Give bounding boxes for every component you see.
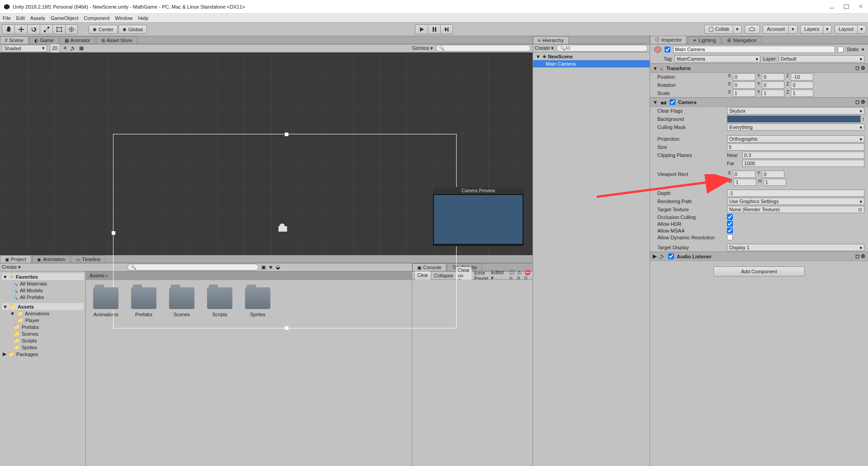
viewport-y[interactable] [762, 171, 784, 178]
menu-help[interactable]: Help [138, 15, 148, 21]
tab-game[interactable]: ◐ Game [29, 36, 59, 44]
layer-dropdown[interactable]: Default♦ [778, 55, 864, 62]
static-checkbox[interactable] [838, 47, 844, 52]
collab-dropdown[interactable]: ◯ Collab▾ [704, 25, 742, 34]
pos-z[interactable] [791, 73, 813, 81]
maximize-icon[interactable] [844, 4, 850, 10]
menu-gameobject[interactable]: GameObject [51, 15, 79, 21]
scale-tool-button[interactable] [40, 24, 52, 34]
project-tree[interactable]: ▼★Favorites 🔍All Materials 🔍All Models 🔍… [0, 271, 86, 466]
transform-component-header[interactable]: ▼ ⟀ Transform◻ ⚙ [650, 63, 868, 73]
occlusion-checkbox[interactable] [727, 214, 733, 220]
close-icon[interactable] [858, 4, 864, 10]
scale-z[interactable] [791, 90, 813, 97]
menu-window[interactable]: Window [115, 15, 132, 21]
pause-button[interactable] [428, 24, 440, 34]
cloud-button[interactable] [745, 25, 760, 34]
viewport-h[interactable] [764, 179, 786, 186]
folder-scenes: 📁Scenes [2, 330, 84, 337]
scene-tabs: # Scene ◐ Game ▦ Animator ⊞ Asset Store [0, 36, 533, 44]
menu-assets[interactable]: Assets [30, 15, 45, 21]
camera-component-header[interactable]: ▼ 📷 Camera◻ ⚙ [650, 97, 868, 107]
step-button[interactable] [440, 24, 453, 34]
cullingmask-dropdown[interactable]: Everything♦ [727, 124, 864, 131]
menu-component[interactable]: Component [84, 15, 109, 21]
rot-z[interactable] [791, 81, 813, 89]
targettexture-field[interactable]: None (Render Texture)⊙ [727, 206, 864, 213]
shading-mode-dropdown[interactable]: Shaded▾ [2, 45, 47, 52]
hand-tool-button[interactable] [2, 24, 14, 34]
menubar: File Edit Assets GameObject Component Wi… [0, 14, 868, 23]
scale-y[interactable] [762, 90, 784, 97]
pos-x[interactable] [733, 73, 755, 81]
hierarchy-main-camera[interactable]: Main Camera [533, 60, 650, 67]
menu-edit[interactable]: Edit [16, 15, 25, 21]
move-tool-button[interactable] [14, 24, 27, 34]
light-toggle-icon[interactable]: ☀ [63, 45, 67, 51]
gameobject-active-checkbox[interactable] [665, 47, 670, 52]
tab-project[interactable]: ▣ Project [0, 255, 31, 263]
eyedropper-icon[interactable]: ⁞ [863, 116, 864, 122]
viewport-x[interactable] [733, 171, 755, 178]
2d-toggle[interactable]: 2D [50, 44, 60, 53]
layers-dropdown[interactable]: Layers▾ [800, 25, 832, 34]
project-create-dropdown[interactable]: Create ▾ [2, 264, 21, 270]
audiolistener-component-header[interactable]: ▶ 🔊 Audio Listener◻ ⚙ [650, 252, 868, 261]
play-button[interactable] [415, 24, 428, 34]
near-field[interactable] [742, 152, 864, 159]
tab-inspector[interactable]: ⓘ Inspector [650, 35, 687, 44]
account-dropdown[interactable]: Account▾ [763, 25, 797, 34]
rotate-tool-button[interactable] [27, 24, 40, 34]
hierarchy-create-dropdown[interactable]: Create ▾ [535, 45, 554, 51]
size-field[interactable] [727, 143, 864, 151]
hierarchy-tree[interactable]: ▼◈NewScene Main Camera [533, 52, 650, 466]
clearflags-dropdown[interactable]: Skybox♦ [727, 107, 864, 114]
rect-tool-button[interactable] [52, 24, 65, 34]
pivot-toggle[interactable]: ◉ Center [89, 25, 118, 34]
background-color-field[interactable] [727, 115, 861, 123]
tab-hierarchy[interactable]: ≡ Hierarchy [533, 36, 569, 44]
tab-animation[interactable]: ◉ Animation [32, 255, 70, 263]
tab-assetstore[interactable]: ⊞ Asset Store [96, 36, 137, 44]
hdr-checkbox[interactable] [727, 221, 733, 227]
console-errorpause-button[interactable]: Error Pause [474, 270, 488, 281]
gameobject-name-field[interactable] [673, 46, 835, 53]
camera-component-icon: 📷 [660, 99, 667, 105]
viewport-w[interactable] [734, 179, 756, 186]
scale-x[interactable] [733, 90, 755, 97]
hierarchy-search[interactable] [557, 45, 648, 52]
gizmos-dropdown[interactable]: Gizmos ▾ [412, 45, 433, 51]
tag-dropdown[interactable]: MainCamera♦ [675, 55, 760, 62]
camera-icon[interactable] [278, 223, 290, 233]
projection-dropdown[interactable]: Orthographic♦ [727, 135, 864, 143]
pos-y[interactable] [762, 73, 784, 81]
layout-dropdown[interactable]: Layout▾ [835, 25, 866, 34]
tab-lighting[interactable]: ☀ Lighting [688, 36, 721, 44]
rot-y[interactable] [762, 81, 784, 89]
tab-timeline[interactable]: ▭ Timeline [71, 255, 105, 263]
audio-icon: 🔊 [659, 253, 665, 259]
add-component-button[interactable]: Add Component [713, 266, 805, 276]
scene-view[interactable]: Camera Preview [0, 52, 533, 255]
transform-tool-button[interactable] [65, 24, 78, 34]
hierarchy-scene-row[interactable]: ▼◈NewScene [533, 52, 650, 60]
folder-scripts: 📁Scripts [2, 337, 84, 344]
scene-search[interactable] [436, 45, 531, 52]
renderpath-dropdown[interactable]: Use Graphics Settings♦ [727, 198, 864, 205]
svg-marker-0 [4, 4, 9, 10]
fx-toggle-icon[interactable]: ▦ [79, 45, 84, 51]
minimize-icon[interactable] [829, 4, 835, 10]
rot-x[interactable] [733, 81, 755, 89]
depth-field[interactable] [727, 190, 864, 197]
far-field[interactable] [742, 160, 864, 167]
tab-scene[interactable]: # Scene [0, 36, 28, 44]
space-toggle[interactable]: ◉ Global [118, 25, 147, 34]
menu-file[interactable]: File [3, 15, 11, 21]
packages-header: ▶📁Packages [2, 351, 84, 357]
targetdisplay-dropdown[interactable]: Display 1♦ [727, 244, 864, 251]
tab-navigation[interactable]: ⦿ Navigation [722, 36, 762, 44]
audio-toggle-icon[interactable]: 🔊 [70, 45, 76, 51]
dynres-checkbox[interactable] [727, 234, 733, 240]
tab-animator[interactable]: ▦ Animator [60, 36, 95, 44]
msaa-checkbox[interactable] [727, 228, 733, 233]
